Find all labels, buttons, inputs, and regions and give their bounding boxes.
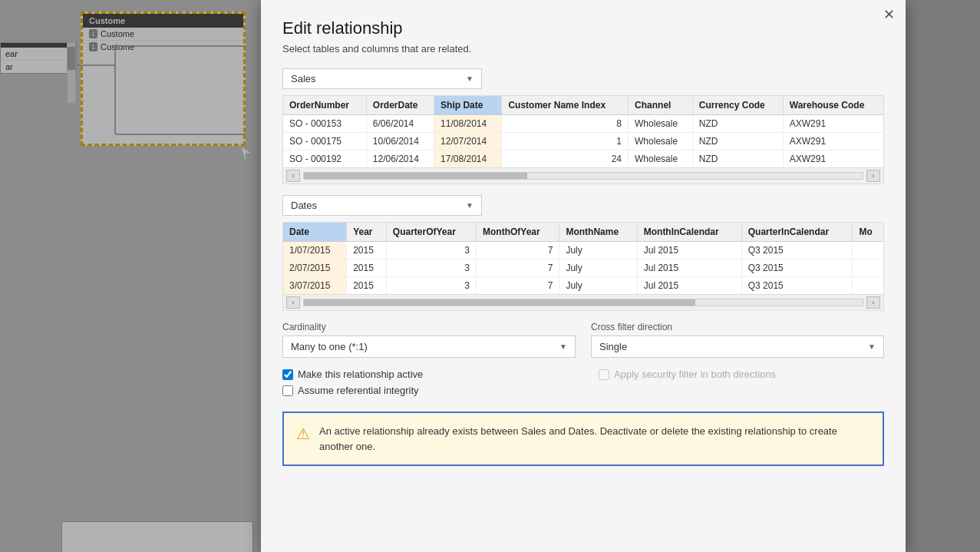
cardinality-value: Many to one (*:1)	[291, 341, 368, 352]
checkboxes-right: Apply security filter in both directions	[599, 369, 884, 401]
scroll-left-btn[interactable]: ‹	[286, 170, 300, 182]
table1-dropdown-value: Sales	[291, 73, 316, 84]
cardinality-dropdown[interactable]: Many to one (*:1) ▼	[282, 335, 576, 358]
modal-subtitle: Select tables and columns that are relat…	[282, 43, 884, 55]
crossfilter-dropdown[interactable]: Single ▼	[591, 335, 884, 358]
cardinality-col: Cardinality Many to one (*:1) ▼	[282, 322, 576, 358]
checkboxes-section: Make this relationship active Assume ref…	[282, 369, 884, 401]
scroll-thumb	[304, 173, 527, 179]
table1-dropdown[interactable]: Sales ▼	[282, 68, 482, 89]
warning-box: ⚠ An active relationship already exists …	[282, 412, 884, 466]
col-monthname[interactable]: MonthName	[559, 223, 637, 242]
active-checkbox-label: Make this relationship active	[298, 369, 423, 380]
edit-relationship-modal: ✕ Edit relationship Select tables and co…	[261, 0, 906, 552]
scroll-left-btn2[interactable]: ‹	[286, 296, 300, 309]
table2-data: Date Year QuarterOfYear MonthOfYear Mont…	[283, 223, 883, 294]
dropdown1-arrow: ▼	[466, 74, 474, 83]
col-warehousecode[interactable]: Warehouse Code	[783, 96, 883, 115]
warning-text: An active relationship already exists be…	[319, 424, 870, 454]
active-checkbox[interactable]	[282, 369, 293, 380]
table2-dropdown[interactable]: Dates ▼	[282, 195, 482, 216]
col-monthincalendar[interactable]: MonthInCalendar	[637, 223, 741, 242]
col-year[interactable]: Year	[347, 223, 387, 242]
table2-scrollbar[interactable]: ‹ ›	[283, 294, 883, 310]
table-row: 3/07/2015 2015 3 7 July Jul 2015 Q3 2015	[283, 277, 883, 295]
col-ordernumber[interactable]: OrderNumber	[283, 96, 366, 115]
warning-icon: ⚠	[296, 424, 310, 444]
crossfilter-arrow: ▼	[868, 342, 876, 351]
scroll-right-btn[interactable]: ›	[866, 170, 880, 182]
crossfilter-value: Single	[599, 341, 627, 352]
col-quarterincalendar[interactable]: QuarterInCalendar	[741, 223, 853, 242]
integrity-checkbox[interactable]	[282, 385, 293, 396]
table-row: 2/07/2015 2015 3 7 July Jul 2015 Q3 2015	[283, 259, 883, 277]
scroll-track[interactable]	[303, 172, 863, 180]
checkboxes-left: Make this relationship active Assume ref…	[282, 369, 568, 401]
table-row: SO - 000153 6/06/2014 11/08/2014 8 Whole…	[283, 115, 883, 133]
modal-title: Edit relationship	[282, 18, 884, 38]
col-channel[interactable]: Channel	[629, 96, 693, 115]
table-row: SO - 000175 10/06/2014 12/07/2014 1 Whol…	[283, 133, 883, 150]
cardinality-label: Cardinality	[282, 322, 576, 332]
col-currencycode[interactable]: Currency Code	[692, 96, 783, 115]
scroll-thumb2	[304, 299, 695, 306]
scroll-right-btn2[interactable]: ›	[866, 296, 880, 309]
options-row: Cardinality Many to one (*:1) ▼ Cross fi…	[282, 322, 884, 358]
col-monthofyear[interactable]: MonthOfYear	[476, 223, 559, 242]
table-row: SO - 000192 12/06/2014 17/08/2014 24 Who…	[283, 150, 883, 168]
crossfilter-col: Cross filter direction Single ▼	[591, 322, 884, 358]
active-checkbox-row: Make this relationship active	[282, 369, 568, 380]
crossfilter-label: Cross filter direction	[591, 322, 884, 332]
table1-wrapper: OrderNumber OrderDate Ship Date Customer…	[282, 95, 884, 184]
table1-scrollbar[interactable]: ‹ ›	[283, 167, 883, 183]
col-date[interactable]: Date	[283, 223, 347, 242]
integrity-checkbox-row: Assume referential integrity	[282, 385, 568, 396]
col-quarterofyear[interactable]: QuarterOfYear	[386, 223, 476, 242]
col-customernameindex[interactable]: Customer Name Index	[502, 96, 629, 115]
close-button[interactable]: ✕	[883, 8, 895, 21]
col-orderdate[interactable]: OrderDate	[366, 96, 434, 115]
col-shipdate[interactable]: Ship Date	[434, 96, 502, 115]
integrity-checkbox-label: Assume referential integrity	[298, 385, 419, 396]
col-mo[interactable]: Mo	[853, 223, 883, 242]
table2-dropdown-value: Dates	[291, 200, 317, 211]
security-checkbox-label: Apply security filter in both directions	[614, 369, 776, 380]
scroll-track2[interactable]	[303, 299, 863, 306]
table1-data: OrderNumber OrderDate Ship Date Customer…	[283, 96, 883, 167]
security-checkbox-row: Apply security filter in both directions	[599, 369, 884, 380]
security-checkbox	[599, 369, 609, 380]
table2-wrapper: Date Year QuarterOfYear MonthOfYear Mont…	[282, 222, 884, 311]
dropdown2-arrow: ▼	[466, 201, 474, 210]
cardinality-arrow: ▼	[559, 342, 567, 351]
table-row: 1/07/2015 2015 3 7 July Jul 2015 Q3 2015	[283, 242, 883, 259]
